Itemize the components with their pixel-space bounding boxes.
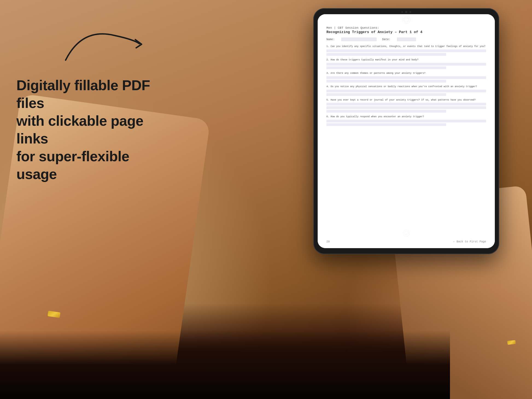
question-1: 1. Can you identify any specific situati…	[326, 45, 486, 56]
tablet-camera	[401, 11, 411, 13]
pdf-footer: 20 ← Back to First Page	[326, 240, 486, 243]
doc-type: Men | CBT Session Questions:	[326, 26, 486, 30]
marketing-text: Digitally fillable PDF files with clicka…	[16, 77, 153, 183]
question-3-text: 3. Are there any common themes or patter…	[326, 72, 486, 75]
svg-point-1	[404, 17, 409, 22]
question-1-text: 1. Can you identify any specific situati…	[326, 45, 486, 48]
svg-point-0	[402, 16, 410, 24]
name-label: Name:	[326, 38, 335, 41]
question-4-text: 4. Do you notice any physical sensations…	[326, 85, 486, 89]
hair	[0, 331, 450, 399]
question-5-text: 5. Have you ever kept a record or journa…	[326, 99, 486, 102]
tagline: Digitally fillable PDF files with clicka…	[16, 77, 153, 183]
pdf-document: Men | CBT Session Questions: Recognizing…	[318, 14, 495, 248]
camera-dot-1	[401, 11, 403, 13]
question-4: 4. Do you notice any physical sensations…	[326, 85, 486, 96]
question-6: 6. How do you typically respond when you…	[326, 115, 486, 126]
answer-lines-6[interactable]	[326, 120, 486, 126]
camera-dot-3	[410, 11, 411, 13]
pdf-top-decoration	[318, 14, 495, 25]
question-2-text: 2. How do these triggers typically manif…	[326, 58, 486, 62]
pdf-header: Men | CBT Session Questions: Recognizing…	[326, 26, 486, 34]
name-input[interactable]	[341, 37, 377, 41]
name-date-row: Name: Date:	[326, 37, 486, 41]
date-input[interactable]	[397, 37, 416, 41]
tablet-device: Men | CBT Session Questions: Recognizing…	[313, 8, 499, 254]
answer-lines-2[interactable]	[326, 63, 486, 69]
answer-lines-3[interactable]	[326, 76, 486, 83]
pdf-bottom-decoration	[318, 229, 495, 237]
doc-title: Recognizing Triggers of Anxiety – Part 1…	[326, 30, 486, 34]
back-to-first-page-link[interactable]: ← Back to First Page	[453, 240, 486, 243]
camera-dot-2	[405, 11, 407, 13]
tablet-screen: Men | CBT Session Questions: Recognizing…	[318, 14, 495, 248]
answer-lines-5[interactable]	[326, 103, 486, 113]
question-6-text: 6. How do you typically respond when you…	[326, 115, 486, 119]
page-number: 20	[326, 240, 330, 243]
question-3: 3. Are there any common themes or patter…	[326, 72, 486, 83]
date-label: Date:	[382, 38, 390, 41]
answer-lines-1[interactable]	[326, 49, 486, 56]
question-5: 5. Have you ever kept a record or journa…	[326, 99, 486, 113]
answer-lines-4[interactable]	[326, 90, 486, 96]
question-2: 2. How do these triggers typically manif…	[326, 58, 486, 69]
svg-point-2	[403, 230, 410, 236]
